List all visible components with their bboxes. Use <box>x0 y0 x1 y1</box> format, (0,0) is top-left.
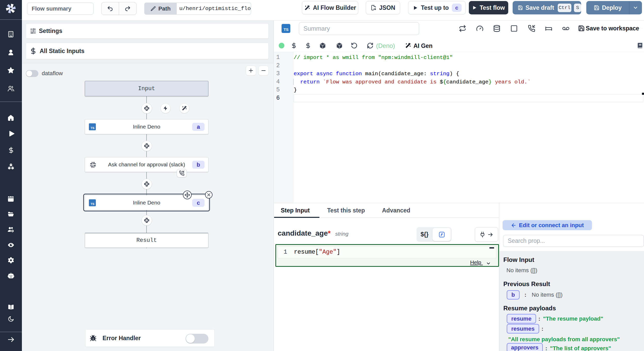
svg-text:TS: TS <box>284 27 289 32</box>
